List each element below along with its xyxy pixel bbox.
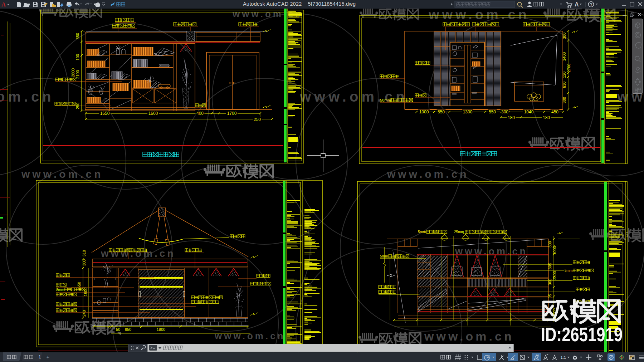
svg-text:400: 400 [196,111,204,116]
svg-text:25mm: 25mm [454,230,464,234]
svg-text:A: A [575,1,579,8]
svg-text:www.om.cn: www.om.cn [424,329,514,343]
svg-text:1040: 1040 [524,109,534,114]
svg-text:?: ? [590,2,592,6]
svg-text:1600: 1600 [148,111,158,116]
svg-text:240: 240 [82,310,86,317]
svg-text:350: 350 [75,33,80,39]
svg-text:805: 805 [548,263,552,269]
svg-text:550: 550 [438,109,445,114]
svg-text:www.om.cn: www.om.cn [214,331,286,341]
svg-text:300: 300 [501,109,508,114]
svg-text:650: 650 [125,327,131,332]
svg-text:5mm: 5mm [565,269,572,273]
svg-text:2700: 2700 [567,64,571,72]
svg-text:95: 95 [548,294,552,298]
svg-text:2650: 2650 [77,282,81,290]
svg-text:300: 300 [562,97,566,103]
svg-text:450: 450 [551,109,558,114]
svg-text:300: 300 [82,259,86,266]
svg-text:50: 50 [116,327,120,332]
svg-text:www.om.cn: www.om.cn [387,168,469,180]
svg-text:ID:2651919: ID:2651919 [541,323,623,346]
svg-text:8mm: 8mm [56,288,64,292]
svg-text:250: 250 [75,103,80,109]
svg-text:1400: 1400 [562,52,566,61]
svg-text:180: 180 [508,115,515,120]
svg-text:1650: 1650 [100,111,110,116]
svg-text:www.om.cn: www.om.cn [299,89,408,104]
svg-text:300: 300 [548,241,552,248]
svg-text:5mm: 5mm [380,254,388,258]
svg-text:www.om.cn: www.om.cn [0,89,54,104]
svg-text:www.om.cn: www.om.cn [428,7,530,22]
svg-text:120: 120 [562,72,566,78]
svg-text:1700: 1700 [227,111,237,116]
svg-text:310: 310 [82,250,86,256]
svg-text:www.om.cn: www.om.cn [21,168,103,180]
svg-text:1000: 1000 [552,246,557,255]
svg-text:50mm: 50mm [380,98,391,102]
svg-text:630: 630 [562,82,566,88]
svg-text:A: A [1,1,6,8]
svg-text:1300: 1300 [463,109,473,114]
svg-text:550: 550 [489,109,496,114]
svg-text:1000: 1000 [419,109,429,114]
svg-text:5mm: 5mm [418,230,426,234]
svg-text:300: 300 [548,279,552,285]
svg-text:300: 300 [562,33,566,39]
svg-text:2100: 2100 [75,70,80,79]
svg-text:1800: 1800 [157,327,165,332]
svg-text:100: 100 [75,54,80,60]
svg-text:2800: 2800 [71,68,75,77]
svg-text:2800: 2800 [552,271,557,280]
svg-text:180: 180 [543,115,550,120]
svg-text:250: 250 [254,117,261,122]
